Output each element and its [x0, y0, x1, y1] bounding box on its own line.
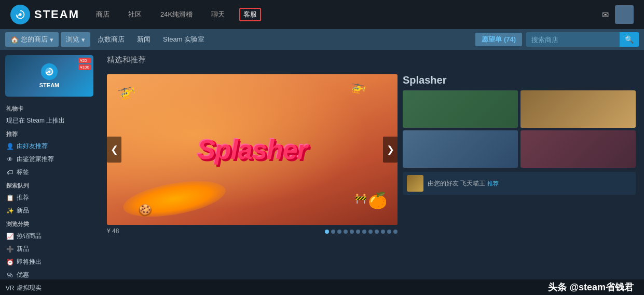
- game-title: Splasher: [403, 74, 636, 86]
- hot-sellers-label: 热销商品: [17, 232, 42, 240]
- new-cat-icon: ➕: [6, 246, 13, 253]
- watermark-text: 头条 @steam省钱君: [548, 281, 634, 293]
- nav-support[interactable]: 客服: [239, 8, 261, 21]
- chevron-down-icon: ▾: [50, 36, 53, 44]
- sidebar-item-queue-recommend[interactable]: 📋 推荐: [0, 191, 99, 204]
- envelope-icon[interactable]: ✉: [602, 10, 609, 20]
- recommend-prefix: 由您的好友 飞天喵王: [428, 180, 485, 187]
- featured-main: 🚁 🚁 🍊 🍪 🚧 Splasher ❮ ❯ ¥ 48: [107, 74, 398, 237]
- steam-lab-label: Steam 实验室: [163, 35, 204, 43]
- dot-7[interactable]: [362, 230, 366, 234]
- search-input[interactable]: [526, 33, 620, 46]
- dot-1[interactable]: [325, 230, 329, 234]
- dot-9[interactable]: [375, 230, 379, 234]
- user-avatar[interactable]: [615, 5, 634, 24]
- sidebar-item-new-items[interactable]: ✨ 新品: [0, 204, 99, 217]
- coming-soon-icon: ⏰: [6, 259, 13, 266]
- friend-avatar: [407, 175, 423, 192]
- store-icon: 🏠: [10, 36, 19, 44]
- sign-decoration: 🚧: [355, 193, 366, 204]
- featured-right-panel: Splasher 由您的好友 飞天喵王 推荐: [403, 74, 636, 237]
- thumbnail-4[interactable]: [520, 130, 636, 168]
- thumbnail-2[interactable]: [520, 90, 636, 128]
- queue-recommend-icon: 📋: [6, 194, 13, 202]
- sidebar-item-hot-sellers[interactable]: 📈 热销商品: [0, 230, 99, 243]
- recommendation-row: 由您的好友 飞天喵王 推荐: [403, 172, 636, 195]
- from-friends-label: 由好友推荐: [17, 142, 48, 151]
- wishlist-button[interactable]: 愿望单 (74): [475, 33, 522, 46]
- new-items-label: 新品: [17, 206, 29, 215]
- content-area: 精选和推荐 🚁 🚁 🍊 🍪 🚧 Splasher ❮ ❯: [99, 50, 644, 279]
- prev-button[interactable]: ❮: [107, 137, 121, 163]
- sidebar-item-new-category[interactable]: ➕ 新品: [0, 243, 99, 256]
- game-price: ¥ 48: [107, 227, 119, 235]
- game-name-overlay: Splasher: [197, 134, 307, 165]
- steam-lab-btn[interactable]: Steam 实验室: [158, 32, 210, 47]
- dot-6[interactable]: [356, 230, 360, 234]
- nav-links: 商店 社区 24K纯滑稽 聊天 客服: [92, 8, 590, 21]
- specials-icon: %: [6, 272, 13, 279]
- section-header-row: 精选和推荐: [107, 55, 636, 70]
- discover-section-title: 探索队列: [0, 179, 99, 191]
- sidebar-item-vr[interactable]: VR 虚拟现实: [0, 281, 99, 294]
- browse-btn[interactable]: 浏览 ▾: [61, 32, 90, 47]
- tags-label: 标签: [17, 168, 29, 177]
- thumbnail-grid: [403, 90, 636, 168]
- dot-3[interactable]: [337, 230, 341, 234]
- next-button[interactable]: ❯: [383, 137, 398, 163]
- sidebar-item-launched[interactable]: 现已在 Steam 上推出: [0, 114, 99, 127]
- vr-label: 虚拟现实: [17, 284, 42, 292]
- recommend-action-label: 推荐: [487, 180, 499, 186]
- dot-12[interactable]: [393, 230, 398, 234]
- browse-label: 浏览: [66, 35, 79, 44]
- dot-11[interactable]: [387, 230, 391, 234]
- thumbnail-1[interactable]: [403, 90, 518, 128]
- points-store-btn[interactable]: 点数商店: [92, 32, 130, 47]
- recommended-section-title: 推荐: [0, 127, 99, 140]
- sidebar-item-tags[interactable]: 🏷 标签: [0, 166, 99, 179]
- gift-card-logo-icon: [41, 63, 58, 80]
- gift-card-badges: ¥20 ¥100: [78, 58, 91, 70]
- specials-label: 优惠: [17, 271, 29, 279]
- dot-4[interactable]: [344, 230, 348, 234]
- new-category-label: 新品: [17, 245, 29, 253]
- points-store-label: 点数商店: [98, 35, 125, 43]
- search-button[interactable]: 🔍: [620, 32, 639, 47]
- sidebar-item-from-friends[interactable]: 👤 由好友推荐: [0, 140, 99, 153]
- your-store-label: 您的商店: [21, 35, 48, 44]
- gift-card-label: 礼物卡: [0, 102, 99, 114]
- steam-logo[interactable]: STEAM: [10, 5, 79, 24]
- browse-section-title: 浏览分类: [0, 217, 99, 230]
- nav-store[interactable]: 商店: [92, 8, 114, 21]
- sidebar-item-specials[interactable]: % 优惠: [0, 269, 99, 281]
- secondary-navigation: 🏠 您的商店 ▾ 浏览 ▾ 点数商店 新闻 Steam 实验室 愿望单 (74)…: [0, 29, 644, 50]
- sidebar-item-from-curators[interactable]: 👁 由鉴赏家推荐: [0, 153, 99, 166]
- gift-card-inner: STEAM: [39, 63, 60, 88]
- news-btn[interactable]: 新闻: [132, 32, 156, 47]
- top-navigation: STEAM 商店 社区 24K纯滑稽 聊天 客服 ✉: [0, 0, 644, 29]
- gift-card-banner[interactable]: STEAM ¥20 ¥100: [5, 55, 93, 97]
- nav-chat[interactable]: 聊天: [207, 8, 229, 21]
- sidebar: STEAM ¥20 ¥100 礼物卡 现已在 Steam 上推出 推荐 👤 由好…: [0, 50, 99, 279]
- nav-community[interactable]: 社区: [124, 8, 146, 21]
- featured-game-image[interactable]: 🚁 🚁 🍊 🍪 🚧 Splasher ❮ ❯: [107, 74, 398, 225]
- dot-8[interactable]: [368, 230, 373, 234]
- sec-nav-right: 愿望单 (74) 🔍: [475, 32, 639, 47]
- your-store-btn[interactable]: 🏠 您的商店 ▾: [5, 32, 59, 47]
- helicopter2-decoration: 🚁: [350, 78, 367, 96]
- badge-100: ¥100: [78, 64, 91, 70]
- dot-2[interactable]: [331, 230, 335, 234]
- dot-10[interactable]: [381, 230, 385, 234]
- nav-24k[interactable]: 24K纯滑稽: [156, 8, 197, 21]
- coming-soon-label: 即将推出: [17, 258, 42, 266]
- recommend-text-block: 由您的好友 飞天喵王 推荐: [428, 179, 499, 188]
- badge-20: ¥20: [78, 58, 91, 63]
- character-decoration: 🍊: [368, 191, 387, 209]
- vr-icon: VR: [6, 285, 13, 292]
- queue-recommend-label: 推荐: [17, 193, 29, 202]
- new-items-icon: ✨: [6, 207, 13, 214]
- tags-icon: 🏷: [6, 169, 13, 176]
- thumbnail-3[interactable]: [403, 130, 518, 168]
- dot-5[interactable]: [350, 230, 354, 234]
- sidebar-item-coming-soon[interactable]: ⏰ 即将推出: [0, 256, 99, 269]
